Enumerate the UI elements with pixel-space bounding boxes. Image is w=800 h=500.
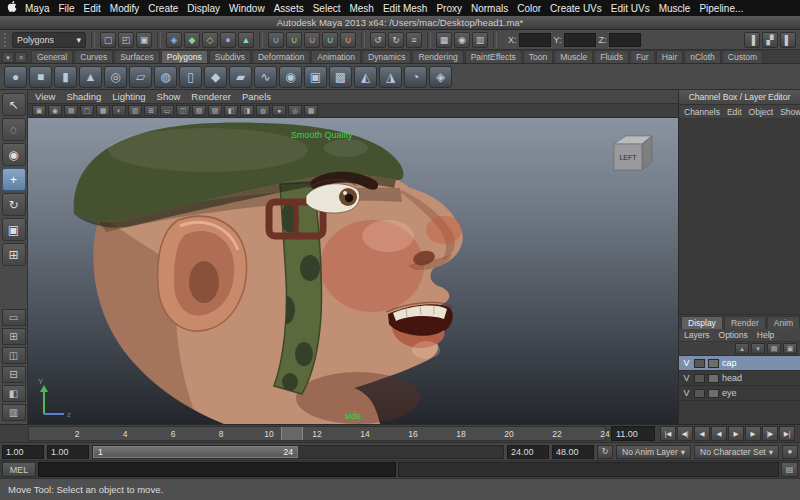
move-tool-icon[interactable]: + [2, 168, 26, 191]
shelf-tab[interactable]: Rendering [412, 50, 463, 63]
save-scene-icon[interactable]: ▣ [136, 32, 152, 48]
field-chart-icon[interactable]: ▨ [208, 105, 222, 116]
step-forward-frame-button[interactable]: |▶ [762, 426, 778, 441]
step-forward-key-button[interactable]: ▶ [745, 426, 761, 441]
animation-end-field[interactable]: 48.00 [552, 445, 594, 459]
shelf-tab[interactable]: Fluids [594, 50, 629, 63]
viewport-menu-item[interactable]: Renderer [191, 91, 231, 102]
menubar-item[interactable]: Assets [274, 3, 304, 14]
shelf-tab[interactable]: General [31, 50, 73, 63]
timeline-tick[interactable]: 18 [413, 427, 461, 440]
menubar-item[interactable]: Mesh [349, 3, 373, 14]
layer-editor-tab[interactable]: Render [724, 316, 766, 329]
safe-title-icon[interactable]: ◨ [240, 105, 254, 116]
poly-cube-icon[interactable]: ■ [29, 66, 52, 88]
lasso-select-tool-icon[interactable]: ◌ [2, 118, 26, 141]
shelf-tab[interactable]: Polygons [161, 50, 208, 63]
boolean-union-icon[interactable]: ◭ [354, 66, 377, 88]
menubar-item[interactable]: Edit [84, 3, 101, 14]
last-tool-icon[interactable]: ⊞ [2, 243, 26, 266]
status-separator[interactable] [91, 32, 95, 48]
poly-pyramid-icon[interactable]: ◆ [204, 66, 227, 88]
two-pane-side-layout-icon[interactable]: ◫ [2, 347, 26, 364]
go-to-start-button[interactable]: |◀ [660, 426, 676, 441]
combine-icon[interactable]: ▣ [304, 66, 327, 88]
status-separator[interactable] [493, 32, 497, 48]
layer-editor-menu-item[interactable]: Layers [684, 330, 710, 340]
snap-to-grid-icon[interactable]: ∪ [268, 32, 284, 48]
lock-camera-icon[interactable]: ◉ [48, 105, 62, 116]
menubar-item[interactable]: Modify [110, 3, 139, 14]
viewport-menu-item[interactable]: Lighting [112, 91, 145, 102]
create-layer-from-selected-icon[interactable]: ▣ [783, 343, 797, 354]
channel-box-header[interactable]: Channel Box / Layer Editor [679, 90, 800, 105]
menubar-item[interactable]: Edit UVs [611, 3, 650, 14]
menubar-item[interactable]: File [58, 3, 74, 14]
menubar-item[interactable]: Window [229, 3, 265, 14]
two-pane-stacked-layout-icon[interactable]: ⊟ [2, 366, 26, 383]
shelf-menu-icon[interactable]: ≡ [15, 52, 27, 63]
viewport-canvas[interactable]: Smooth Quality side LEFT Y z [28, 118, 678, 424]
channel-box-menu-item[interactable]: Object [749, 107, 774, 117]
playback-start-field[interactable]: 1.00 [47, 445, 89, 459]
timeline-tick[interactable]: 16 [365, 427, 413, 440]
layer-visibility-toggle[interactable]: V [682, 373, 691, 383]
play-backwards-button[interactable]: ◀ [711, 426, 727, 441]
menubar-item[interactable]: Edit Mesh [383, 3, 427, 14]
layer-row-head[interactable]: V head [679, 371, 800, 386]
shelf-tab-menu-icon[interactable]: ▾ [2, 52, 14, 63]
viewport-menu-item[interactable]: View [35, 91, 55, 102]
range-slider-handle[interactable]: 1 24 [93, 446, 298, 458]
three-pane-layout-icon[interactable]: ◧ [2, 385, 26, 402]
toggle-attribute-editor-icon[interactable]: ▐ [744, 32, 760, 48]
menubar-item[interactable]: Color [517, 3, 541, 14]
four-pane-layout-icon[interactable]: ⊞ [2, 328, 26, 345]
toggle-tool-settings-icon[interactable]: ▞ [762, 32, 778, 48]
snap-to-plane-icon[interactable]: ∪ [322, 32, 338, 48]
viewport-menu-item[interactable]: Panels [242, 91, 271, 102]
boolean-difference-icon[interactable]: ◮ [379, 66, 402, 88]
single-pane-layout-icon[interactable]: ▭ [2, 309, 26, 326]
camera-attributes-icon[interactable]: ▤ [64, 105, 78, 116]
shelf-tab[interactable]: nCloth [684, 50, 721, 63]
timeline-tick[interactable]: 4 [77, 427, 125, 440]
select-tool-icon[interactable]: ↖ [2, 93, 26, 116]
extrude-icon[interactable]: ◈ [429, 66, 452, 88]
view-cube[interactable]: LEFT [608, 130, 656, 176]
grid-icon[interactable]: ⊞ [144, 105, 158, 116]
poly-disc-icon[interactable]: ◍ [154, 66, 177, 88]
go-to-end-button[interactable]: ▶| [779, 426, 795, 441]
shelf-tab[interactable]: PaintEffects [465, 50, 522, 63]
menu-set-selector[interactable]: Polygons ▾ [12, 32, 86, 48]
rotate-tool-icon[interactable]: ↻ [2, 193, 26, 216]
playback-end-field[interactable]: 24.00 [507, 445, 549, 459]
soldier-head-model[interactable] [28, 118, 678, 424]
coordinate-input[interactable] [519, 33, 551, 47]
poly-plane-icon[interactable]: ▱ [129, 66, 152, 88]
channel-list-area[interactable] [679, 119, 800, 315]
viewport-menu-item[interactable]: Show [157, 91, 181, 102]
layer-playback-toggle[interactable] [694, 389, 705, 398]
poly-sphere-icon[interactable]: ● [4, 66, 27, 88]
current-frame-field[interactable]: 11.00 [611, 426, 655, 441]
select-by-object-icon[interactable]: ◆ [184, 32, 200, 48]
menubar-item[interactable]: Muscle [659, 3, 691, 14]
timeline-tick[interactable]: 2 [29, 427, 77, 440]
status-separator[interactable] [361, 32, 365, 48]
coordinate-input[interactable] [609, 33, 641, 47]
step-back-key-button[interactable]: ◀ [694, 426, 710, 441]
layer-editor-menu-item[interactable]: Options [719, 330, 748, 340]
menubar-item[interactable]: Normals [471, 3, 508, 14]
move-layer-down-icon[interactable]: ▾ [751, 343, 765, 354]
mel-script-toggle-button[interactable]: MEL [2, 462, 36, 477]
timeline-playhead[interactable] [281, 427, 303, 440]
timeline-tick[interactable]: 24 [557, 427, 605, 440]
menubar-item[interactable]: Proxy [436, 3, 462, 14]
poly-helix-icon[interactable]: ∿ [254, 66, 277, 88]
step-back-frame-button[interactable]: ◀| [677, 426, 693, 441]
selection-mask-surfaces-icon[interactable]: ▲ [238, 32, 254, 48]
menubar-item[interactable]: Select [313, 3, 341, 14]
character-set-dropdown[interactable]: No Character Set ▾ [694, 445, 779, 459]
timeline-tick[interactable]: 22 [509, 427, 557, 440]
poly-cone-icon[interactable]: ▲ [79, 66, 102, 88]
